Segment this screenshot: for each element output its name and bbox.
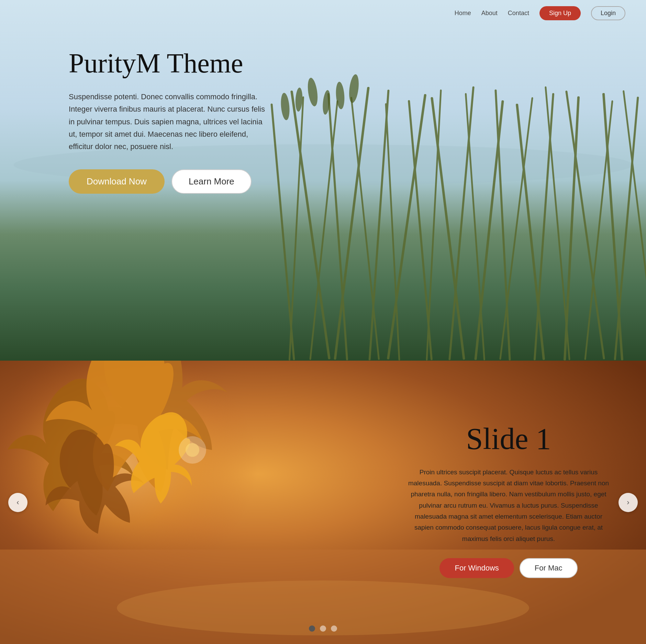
nav-links: Home About Contact Sign Up Login xyxy=(455,6,625,20)
nav-contact[interactable]: Contact xyxy=(508,10,529,17)
carousel-dot-1[interactable] xyxy=(309,625,315,632)
hero-buttons: Download Now Learn More xyxy=(69,169,268,194)
for-mac-button[interactable]: For Mac xyxy=(520,558,578,578)
download-now-button[interactable]: Download Now xyxy=(69,169,165,194)
svg-point-39 xyxy=(179,436,206,464)
svg-point-36 xyxy=(0,361,258,584)
carousel-next-button[interactable]: › xyxy=(619,493,638,512)
login-button[interactable]: Login xyxy=(591,6,625,20)
carousel-dot-3[interactable] xyxy=(331,625,337,632)
learn-more-button[interactable]: Learn More xyxy=(171,169,252,194)
prev-arrow-icon: ‹ xyxy=(16,498,19,507)
nav-about[interactable]: About xyxy=(481,10,498,17)
carousel-dots xyxy=(309,625,337,632)
svg-point-40 xyxy=(186,443,199,457)
navbar: Home About Contact Sign Up Login xyxy=(0,0,646,26)
nav-home[interactable]: Home xyxy=(455,10,471,17)
next-arrow-icon: › xyxy=(627,498,629,507)
slide-buttons: For Windows For Mac xyxy=(405,558,612,578)
hero-title: PurityM Theme xyxy=(69,48,268,78)
hero-section: PurityM Theme Suspendisse potenti. Donec… xyxy=(0,0,646,361)
hero-description: Suspendisse potenti. Donec convallis com… xyxy=(69,91,268,153)
carousel-dot-2[interactable] xyxy=(320,625,326,632)
for-windows-button[interactable]: For Windows xyxy=(439,558,514,578)
slide-section: ‹ Slide 1 Proin ultrices suscipit placer… xyxy=(0,361,646,644)
carousel-prev-button[interactable]: ‹ xyxy=(8,493,27,512)
signup-button[interactable]: Sign Up xyxy=(539,6,581,20)
slide-title: Slide 1 xyxy=(405,422,612,456)
hero-content: PurityM Theme Suspendisse potenti. Donec… xyxy=(69,48,268,194)
slide-content: Slide 1 Proin ultrices suscipit placerat… xyxy=(405,422,612,578)
slide-description: Proin ultrices suscipit placerat. Quisqu… xyxy=(405,467,612,544)
